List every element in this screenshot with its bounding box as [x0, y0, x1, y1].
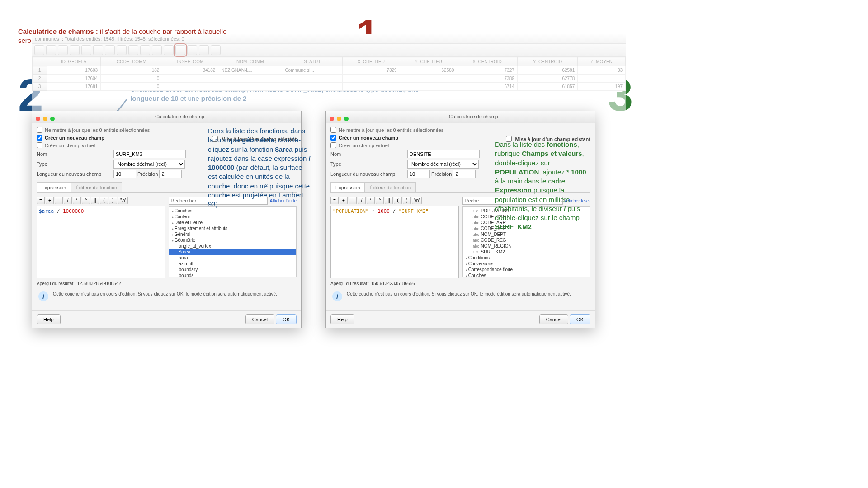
toolbar-button[interactable] — [105, 45, 115, 55]
info-icon: i — [332, 291, 342, 301]
only-selected-checkbox[interactable] — [330, 127, 336, 133]
operator-button[interactable]: ^ — [82, 197, 90, 204]
field-name-input[interactable] — [407, 150, 480, 158]
field-precision-input[interactable] — [453, 170, 476, 178]
help-button[interactable]: Help — [37, 314, 61, 324]
function-tree[interactable]: CouchesCouleurDate et HeureEnregistremen… — [169, 206, 297, 277]
field-type-select[interactable]: Nombre décimal (réel) — [113, 160, 185, 169]
annotation-step3: Dans la liste des fonctions, rubrique Ch… — [495, 140, 590, 232]
operator-button[interactable]: = — [37, 197, 45, 204]
operator-row: =+-/*^||()'\n' — [37, 197, 165, 204]
toolbar-button[interactable] — [117, 45, 127, 55]
preview-value: 12.588328549100542 — [77, 281, 121, 286]
operator-button[interactable]: * — [73, 197, 81, 204]
ok-button[interactable]: OK — [570, 314, 590, 324]
tab-expression[interactable]: Expression — [330, 182, 365, 192]
create-new-field-checkbox[interactable] — [330, 135, 336, 141]
virtual-field-checkbox[interactable] — [330, 142, 336, 148]
operator-button[interactable]: ) — [403, 197, 411, 204]
operator-button[interactable]: || — [385, 197, 393, 204]
toolbar-button[interactable] — [199, 45, 209, 55]
dialog-title: Calculatrice de champ — [326, 111, 595, 123]
toolbar-button[interactable] — [34, 45, 44, 55]
field-calculator-button[interactable] — [175, 45, 185, 55]
operator-button[interactable]: * — [367, 197, 375, 204]
operator-button[interactable]: '\n' — [412, 197, 422, 204]
operator-button[interactable]: ) — [109, 197, 117, 204]
operator-button[interactable]: '\n' — [118, 197, 128, 204]
operator-button[interactable]: / — [358, 197, 366, 204]
operator-button[interactable]: + — [46, 197, 54, 204]
operator-button[interactable]: ( — [100, 197, 108, 204]
attribute-table-title: communes :: Total des entités: 1545, fil… — [32, 34, 626, 44]
operator-button[interactable]: ^ — [376, 197, 384, 204]
info-icon: i — [38, 291, 48, 301]
toolbar-button[interactable] — [81, 45, 91, 55]
operator-button[interactable]: - — [349, 197, 357, 204]
attribute-table-toolbar — [32, 44, 626, 57]
cancel-button[interactable]: Cancel — [539, 314, 568, 324]
tab-function-editor[interactable]: Éditeur de fonction — [364, 182, 416, 192]
toolbar-button[interactable] — [70, 45, 80, 55]
field-length-input[interactable] — [407, 170, 430, 178]
field-length-input[interactable] — [113, 170, 136, 178]
attribute-grid[interactable]: ID_GEOFLACODE_COMMINSEE_COMNOM_COMMSTATU… — [32, 57, 626, 91]
field-name-input[interactable] — [113, 150, 186, 158]
ok-button[interactable]: OK — [276, 314, 297, 324]
toolbar-button[interactable] — [93, 45, 103, 55]
preview-value: 150.91342335186656 — [371, 281, 415, 286]
only-selected-checkbox[interactable] — [37, 127, 42, 133]
toolbar-button[interactable] — [152, 45, 162, 55]
toolbar-button[interactable] — [58, 45, 68, 55]
toolbar-button[interactable] — [164, 45, 174, 55]
attribute-table-window: communes :: Total des entités: 1545, fil… — [32, 34, 626, 91]
expression-input[interactable]: $area / 1000000 — [37, 206, 165, 278]
toolbar-button[interactable] — [46, 45, 56, 55]
operator-button[interactable]: - — [55, 197, 63, 204]
help-button[interactable]: Help — [330, 314, 354, 324]
dialog-title: Calculatrice de champ — [32, 111, 301, 123]
virtual-field-checkbox[interactable] — [37, 142, 42, 148]
operator-button[interactable]: = — [330, 197, 339, 204]
operator-button[interactable]: || — [91, 197, 99, 204]
cancel-button[interactable]: Cancel — [245, 314, 274, 324]
toolbar-button[interactable] — [187, 45, 197, 55]
tab-expression[interactable]: Expression — [37, 182, 71, 192]
operator-row: =+-/*^||()'\n' — [330, 197, 459, 204]
field-precision-input[interactable] — [159, 170, 182, 178]
tab-function-editor[interactable]: Éditeur de fonction — [71, 182, 122, 192]
operator-button[interactable]: / — [64, 197, 72, 204]
toolbar-button[interactable] — [211, 45, 221, 55]
create-new-field-checkbox[interactable] — [37, 135, 42, 141]
toolbar-button[interactable] — [128, 45, 138, 55]
operator-button[interactable]: ( — [394, 197, 402, 204]
operator-button[interactable]: + — [340, 197, 348, 204]
annotation-step2-body: Dans la liste des fonctions, dans la rub… — [208, 127, 312, 209]
expression-input[interactable]: "POPULATION" * 1000 / "SURF_KM2" — [330, 206, 459, 278]
toolbar-button[interactable] — [140, 45, 150, 55]
field-type-select[interactable]: Nombre décimal (réel) — [407, 160, 479, 169]
